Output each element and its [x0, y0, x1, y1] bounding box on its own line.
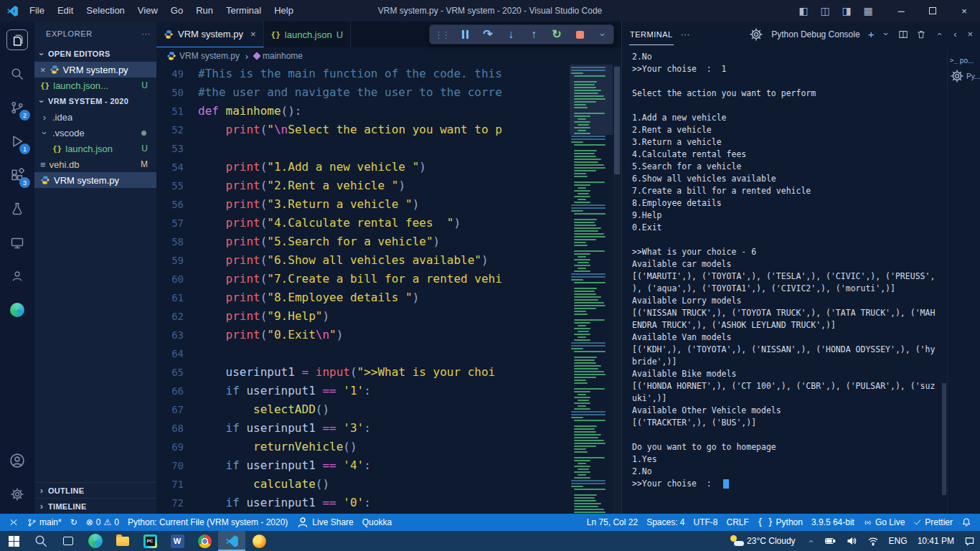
toggle-secondary-sidebar-icon[interactable]: ◨: [837, 5, 857, 17]
status-notifications[interactable]: [957, 514, 976, 531]
code-line[interactable]: 53: [156, 139, 570, 158]
stop-button[interactable]: [573, 27, 586, 42]
menu-run[interactable]: Run: [189, 0, 220, 22]
section-open-editors[interactable]: ›OPEN EDITORS: [34, 46, 156, 62]
activity-testing[interactable]: [0, 192, 34, 225]
code-line[interactable]: 56 print("3.Return a vehicle "): [156, 195, 570, 214]
breadcrumb-item[interactable]: mainhome: [263, 51, 303, 61]
status-prettier[interactable]: Prettier: [909, 514, 957, 531]
activity-source-control[interactable]: 2: [0, 90, 34, 124]
pause-button[interactable]: [458, 27, 471, 42]
restart-button[interactable]: ↻: [550, 27, 563, 42]
editor-scrollbar[interactable]: [613, 65, 621, 514]
activity-accounts[interactable]: [0, 443, 34, 477]
tab-vrm-system-py[interactable]: VRM system.py×: [156, 22, 264, 47]
code-line[interactable]: 65 userinput1 = input(">>What is your ch…: [156, 363, 570, 382]
status-problems[interactable]: ⊗0⚠0: [82, 514, 123, 531]
code-line[interactable]: 68 if userinput1 == '3':: [156, 419, 570, 438]
code-line[interactable]: 57 print("4.Calculate rental fees "): [156, 214, 570, 232]
code-line[interactable]: 62 print("9.Help"): [156, 307, 570, 326]
toggle-sidebar-icon[interactable]: ◧: [793, 5, 814, 17]
tree-item--vscode[interactable]: ›.vscode: [34, 125, 156, 141]
more-button[interactable]: ›: [596, 27, 609, 42]
terminal-tab-py[interactable]: Py...: [948, 68, 980, 84]
terminal-more-icon[interactable]: ···: [681, 29, 690, 39]
breadcrumb-item[interactable]: VRM system.py: [179, 51, 240, 61]
status-remote[interactable]: [4, 514, 23, 531]
code-line[interactable]: 67 selectADD(): [156, 400, 570, 419]
activity-explorer[interactable]: [0, 23, 34, 57]
code-line[interactable]: 58 print("5.Search for a vehicle"): [156, 232, 570, 251]
activity-edge-browser[interactable]: [0, 293, 34, 326]
chevron-left-icon[interactable]: ‹: [951, 29, 959, 39]
tree-item-launch-json[interactable]: {}launch.jsonU: [34, 141, 156, 156]
task-view-button[interactable]: [55, 531, 82, 551]
action-center[interactable]: [959, 532, 980, 550]
section-outline[interactable]: ›OUTLINE: [34, 482, 156, 498]
step-over-button[interactable]: ↷: [481, 27, 494, 42]
trash-icon[interactable]: [916, 29, 926, 39]
tree-item-vrm-system-py[interactable]: VRM system.py: [34, 172, 156, 188]
app-firefox[interactable]: [245, 531, 273, 551]
code-line[interactable]: 50#the user and navigate the user to the…: [156, 83, 570, 102]
split-icon[interactable]: [898, 29, 908, 39]
menu-selection[interactable]: Selection: [80, 0, 131, 22]
status-live-share[interactable]: Live Share: [292, 514, 357, 531]
code-line[interactable]: 59 print("6.Show all vehicles available"…: [156, 251, 570, 270]
volume[interactable]: [841, 532, 862, 550]
code-line[interactable]: 61 print("8.Employee details "): [156, 288, 570, 307]
close-button[interactable]: ×: [948, 0, 980, 22]
code-line[interactable]: 72 if userinput1 == '0':: [156, 494, 570, 512]
code-line[interactable]: 69 returnVehicle(): [156, 438, 570, 456]
tray-expand[interactable]: ›: [801, 532, 819, 550]
tree-item-vehi-db[interactable]: ≡vehi.dbM: [34, 156, 156, 172]
app-chrome[interactable]: [191, 531, 218, 551]
status-language-mode[interactable]: { }Python: [753, 514, 807, 531]
status-go-live[interactable]: Go Live: [859, 514, 909, 531]
menu-go[interactable]: Go: [164, 0, 189, 22]
menu-file[interactable]: File: [23, 0, 51, 22]
close-icon[interactable]: ×: [40, 65, 46, 75]
step-into-button[interactable]: ↓: [504, 27, 517, 42]
weather[interactable]: 23°C Cloudy: [725, 532, 801, 550]
status-eol[interactable]: CRLF: [722, 514, 753, 531]
code-line[interactable]: 70 if userinput1 == '4':: [156, 456, 570, 475]
status-git-branch[interactable]: main*: [23, 514, 66, 531]
code-line[interactable]: 54 print("1.Add a new vehicle "): [156, 158, 570, 176]
code-line[interactable]: 52 print("\nSelect the action you want t…: [156, 121, 570, 139]
app-file-explorer[interactable]: [109, 531, 136, 551]
app-word[interactable]: W: [164, 531, 191, 551]
code-line[interactable]: 71 calculate(): [156, 475, 570, 494]
tab-terminal[interactable]: TERMINAL: [629, 24, 674, 45]
close-icon[interactable]: ×: [250, 29, 256, 39]
code-line[interactable]: 49#This is the main function of the code…: [156, 65, 570, 83]
menu-edit[interactable]: Edit: [51, 0, 80, 22]
status-quokka[interactable]: Quokka: [358, 514, 396, 531]
debug-console-selector[interactable]: Python Debug Console: [771, 29, 859, 39]
tab-launch-json[interactable]: {}launch.jsonU: [264, 22, 351, 47]
code-line[interactable]: 55 print("2.Rent a vehicle "): [156, 176, 570, 195]
start-button[interactable]: [0, 531, 27, 551]
code-editor[interactable]: 49#This is the main function of the code…: [156, 65, 570, 514]
status-sync[interactable]: ↻: [66, 514, 82, 531]
app-pycharm[interactable]: [136, 531, 164, 551]
chevron-up-icon[interactable]: ›: [934, 29, 943, 39]
code-line[interactable]: 60 print("7.Create a bill for a rented v…: [156, 270, 570, 288]
activity-search[interactable]: [0, 57, 34, 90]
minimap-slider[interactable]: [570, 65, 613, 135]
taskbar-search[interactable]: [27, 531, 55, 551]
toggle-panel-icon[interactable]: ◫: [815, 5, 835, 17]
terminal-output[interactable]: 2.No>>Your choise : 1 Select the action …: [622, 47, 941, 514]
menu-terminal[interactable]: Terminal: [220, 0, 268, 22]
menu-help[interactable]: Help: [268, 0, 300, 22]
restore-button[interactable]: [917, 0, 948, 22]
section-project[interactable]: ›VRM SYSTEM - 2020: [34, 93, 156, 109]
open-editor-item[interactable]: ×VRM system.py: [34, 62, 156, 77]
app-vscode[interactable]: [218, 531, 245, 551]
clock[interactable]: 10:41 PM: [913, 532, 959, 550]
activity-live-share[interactable]: [0, 259, 34, 293]
activity-settings[interactable]: [0, 477, 34, 511]
code-line[interactable]: 51def mainhome():: [156, 102, 570, 121]
language-indicator[interactable]: ENG: [884, 532, 913, 550]
chevron-down-icon[interactable]: ›: [882, 29, 890, 39]
